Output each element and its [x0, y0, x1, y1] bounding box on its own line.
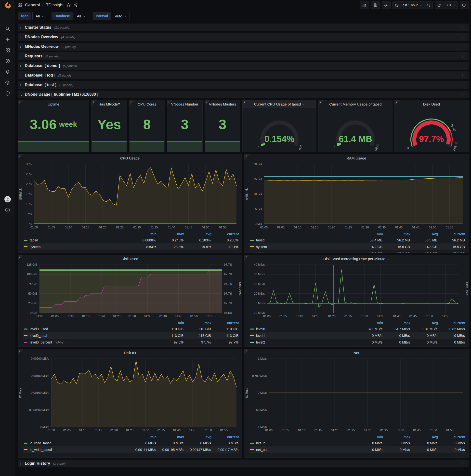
- refresh-button[interactable]: [435, 1, 443, 9]
- ram-usage-chart[interactable]: 0 MB5 GB10 GB15 GB20 GB01:0001:0501:1001…: [244, 162, 468, 230]
- panel-title[interactable]: Disk Used: [423, 102, 440, 106]
- net-chart[interactable]: -1 Mb/s-0.50 Mb/s0 Mb/s0.500 Mb/s1 Mb/s0…: [244, 356, 468, 433]
- legend-column-header[interactable]: current: [438, 321, 465, 325]
- drag-handle-icon[interactable]: ⋮⋮: [461, 74, 466, 77]
- legend-column-header[interactable]: min: [355, 321, 383, 325]
- legend-row-level0-total[interactable]: level0_total113 GiB113 GiB113 GiB: [23, 332, 239, 339]
- legend-row-net-out[interactable]: net_out0 Mb/s0 Mb/s0 Mb/s0 Mb/s: [250, 446, 465, 453]
- panel-info-corner[interactable]: [395, 100, 400, 106]
- panel-title[interactable]: Uptime: [48, 102, 59, 106]
- legend-column-header[interactable]: min: [355, 435, 383, 439]
- drag-handle-icon[interactable]: ⋮⋮: [461, 45, 466, 49]
- legend-row-level2[interactable]: level20 MB/s0 MB/s0 MB/s0 MB/s: [250, 339, 465, 345]
- row-header-mnodes-overview[interactable]: ›MNodes Overview(2 panels)⋮⋮: [18, 43, 469, 51]
- explore-compass-icon[interactable]: [0, 57, 15, 65]
- grafana-logo[interactable]: [0, 0, 15, 11]
- alerting-bell-icon[interactable]: [0, 68, 15, 76]
- panel-title[interactable]: Current Memory Usage of taosd: [329, 102, 382, 106]
- share-icon[interactable]: [74, 3, 78, 8]
- legend-row-taosd[interactable]: taosd53.4 MB56.2 MB53.5 MB56.2 MB: [250, 237, 465, 243]
- row-header-database-log[interactable]: ›Database: [ log ](5 panels)⋮⋮: [18, 71, 469, 79]
- legend-row-total[interactable]: total15.9 GB15.9 GB15.9 GB15.9 GB: [250, 250, 465, 253]
- legend-row-io-write-taosd[interactable]: io_write_taosd0.00111 MB/s0.00195 MB/s0.…: [23, 446, 239, 453]
- panel-info-corner[interactable]: [129, 100, 135, 106]
- legend-column-header[interactable]: min: [129, 435, 156, 439]
- dashboards-grid-icon[interactable]: [0, 46, 15, 54]
- variable-value-dropdown[interactable]: All⌄: [32, 12, 47, 20]
- legend-row-level0-percent[interactable]: level0_percent(right-y)97.6%97.7%97.7%: [23, 339, 239, 345]
- legend-column-header[interactable]: max: [383, 321, 410, 325]
- breadcrumb-page[interactable]: TDinsight: [46, 3, 64, 8]
- variable-value-dropdown[interactable]: auto⌄: [112, 12, 130, 20]
- panel-title[interactable]: Has MNode?: [98, 102, 120, 106]
- disk-used-increasing-rate-per-minute-chart[interactable]: -10 MB/s0 MB/s10 MB/s20 MB/s30 MB/s40 MB…: [244, 262, 468, 319]
- disk-io-chart[interactable]: 0 MB/s0.000500 MB/s0.00100 MB/s0.00150 M…: [18, 356, 241, 433]
- panel-info-corner[interactable]: [205, 100, 210, 106]
- panel-title[interactable]: Disk IO: [124, 351, 136, 355]
- legend-row-io-read-taosd[interactable]: io_read_taosd0 MB/s0 MB/s0 MB/s0 MB/s: [23, 440, 239, 446]
- legend-column-header[interactable]: current: [211, 435, 239, 439]
- row-header-login-history[interactable]: › Login History (1 panel) ⋮⋮: [18, 459, 469, 467]
- legend-column-header[interactable]: avg: [184, 435, 211, 439]
- cycle-view-mode-button[interactable]: [460, 1, 469, 9]
- legend-column-header[interactable]: min: [355, 232, 383, 236]
- legend-column-header[interactable]: avg: [410, 232, 438, 236]
- admin-shield-icon[interactable]: [0, 89, 15, 98]
- disk-used-chart[interactable]: 0 GiB97.6%25 GiB97.7%50 GiB97.7%75 GiB97…: [18, 262, 241, 319]
- legend-column-header[interactable]: current: [438, 232, 465, 236]
- legend-column-header[interactable]: max: [383, 435, 410, 439]
- panel-info-corner[interactable]: [18, 255, 23, 260]
- variable-value-dropdown[interactable]: All⌄: [74, 12, 88, 20]
- user-avatar[interactable]: [0, 195, 15, 204]
- panel-info-corner[interactable]: [167, 100, 172, 106]
- create-plus-icon[interactable]: [0, 35, 15, 44]
- drag-handle-icon[interactable]: ⋮⋮: [461, 35, 466, 39]
- legend-row-level0[interactable]: level0-4.1 MB/s34.7 MB/s1.31 MB/s-0.82 M…: [250, 326, 465, 332]
- variable-label[interactable]: Database: [51, 12, 73, 20]
- panel-title[interactable]: Net: [353, 351, 359, 355]
- dashboard-settings-button[interactable]: [382, 1, 390, 9]
- panel-title[interactable]: Current CPU Usage of taosd: [254, 102, 301, 106]
- add-panel-button[interactable]: [360, 1, 369, 9]
- legend-row-system[interactable]: system8.64%28.3%19.5%19.1%: [23, 243, 239, 250]
- row-header-dnode-usage[interactable]: ⌄ DNode Usage [ huolinhe-TM1701:6030 ] ⋮…: [18, 90, 469, 98]
- cpu-usage-chart[interactable]: 0%5%10%15%20%25%30%01:0001:0501:1001:150…: [18, 162, 241, 230]
- save-dashboard-button[interactable]: [371, 1, 380, 9]
- legend-row-system[interactable]: system14.2 GB15.6 GB14.8 GB15.5 GB: [250, 243, 465, 250]
- variable-label[interactable]: Interval: [93, 12, 111, 20]
- panel-title[interactable]: Disk Used: [121, 257, 138, 261]
- panel-title[interactable]: RAM Usage: [346, 156, 366, 160]
- legend-row-level0-used[interactable]: level0_used110 GiB110 GiB110 GiB: [23, 326, 239, 332]
- panel-info-corner[interactable]: [244, 255, 250, 260]
- drag-handle-icon[interactable]: ⋮⋮: [461, 54, 466, 58]
- panel-info-corner[interactable]: [91, 100, 97, 106]
- panel-info-corner[interactable]: [319, 100, 324, 106]
- legend-column-header[interactable]: min: [156, 321, 184, 325]
- row-header-database-test[interactable]: ›Database: [ test ](5 panels)⋮⋮: [18, 81, 469, 89]
- legend-column-header[interactable]: max: [156, 232, 184, 236]
- breadcrumb-section[interactable]: General: [25, 3, 40, 8]
- drag-handle-icon[interactable]: ⋮⋮: [461, 83, 466, 87]
- legend-column-header[interactable]: avg: [184, 232, 211, 236]
- legend-row-level1[interactable]: level10 MB/s0 MB/s0 MB/s0 MB/s: [250, 332, 465, 339]
- panel-info-corner[interactable]: [243, 100, 248, 106]
- panel-info-corner[interactable]: [18, 100, 23, 106]
- row-header-requests[interactable]: ›Requests(4 panels)⋮⋮: [18, 52, 469, 60]
- variable-label[interactable]: fqdn: [18, 12, 31, 20]
- legend-row-net-in[interactable]: net_in0 Mb/s0 Mb/s0 Mb/s0 Mb/s: [250, 440, 465, 446]
- drag-handle-icon[interactable]: ⋮⋮: [461, 93, 466, 96]
- panel-title[interactable]: VNodes Masters: [209, 102, 236, 106]
- drag-handle-icon[interactable]: ⋮⋮: [461, 26, 466, 30]
- legend-column-header[interactable]: max: [156, 435, 184, 439]
- drag-handle-icon[interactable]: ⋮⋮: [461, 462, 466, 465]
- legend-column-header[interactable]: current: [211, 232, 239, 236]
- panel-title[interactable]: VNodes Number: [171, 102, 199, 106]
- row-header-database-demo[interactable]: ›Database: [ demo ](5 panels)⋮⋮: [18, 62, 469, 70]
- panel-title[interactable]: CPU Cores: [138, 102, 156, 106]
- legend-column-header[interactable]: avg: [410, 435, 438, 439]
- drag-handle-icon[interactable]: ⋮⋮: [461, 64, 466, 68]
- panel-title[interactable]: Disk Used Increasing Rate per Minute: [323, 257, 385, 261]
- legend-column-header[interactable]: max: [184, 321, 211, 325]
- zoom-out-button[interactable]: [424, 1, 433, 9]
- row-header-cluster-status[interactable]: ›Cluster Status(21 panels)⋮⋮: [18, 24, 469, 31]
